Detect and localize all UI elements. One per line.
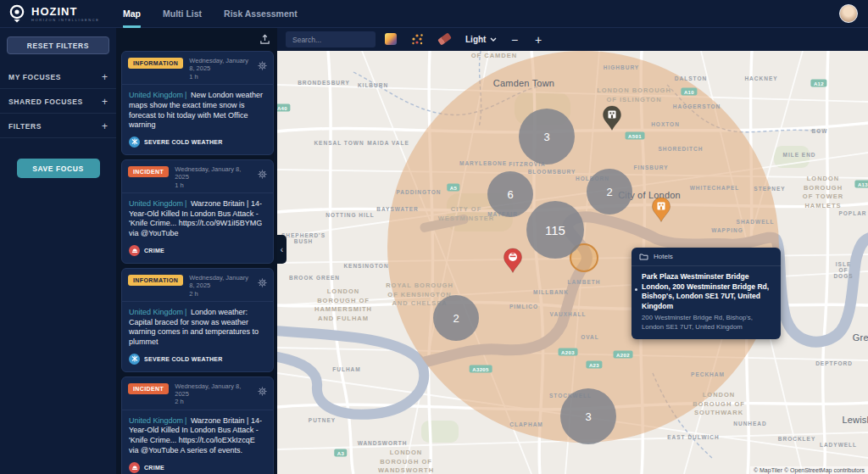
feed-card-list: INFORMATIONWednesday, January 8, 20251 h… <box>116 51 277 474</box>
filters-sidebar: RESET FILTERS MY FOCUSES+SHARED FOCUSES+… <box>0 28 116 474</box>
card-header: INFORMATIONWednesday, January 8, 20251 h <box>122 52 273 85</box>
hozint-pin-icon <box>8 4 25 24</box>
road-badge-a40: A40 <box>277 104 291 112</box>
weather-tag-icon <box>129 137 140 148</box>
crime-tag-icon <box>129 462 140 473</box>
hotel-pin[interactable] <box>651 197 671 226</box>
bot-icon[interactable] <box>258 276 267 291</box>
incident-pin[interactable] <box>503 248 523 277</box>
zoom-in-button[interactable]: + <box>535 28 542 51</box>
sidebar-item-shared-focuses[interactable]: SHARED FOCUSES+ <box>0 90 116 113</box>
road-badge-a5: A5 <box>447 184 459 192</box>
map-style-select[interactable]: Light <box>465 28 497 51</box>
card-age: 1 h <box>189 73 252 81</box>
popup-subtitle: 200 Westminster Bridge Rd, Bishop's, Lon… <box>642 314 773 332</box>
road-badge-a501: A501 <box>626 132 645 140</box>
card-age: 1 h <box>175 181 252 189</box>
weather-tag-icon <box>129 354 140 365</box>
tag-label: CRIME <box>144 465 164 471</box>
card-text: United Kingdom| Warzone Britain | 14-Yea… <box>122 193 273 243</box>
card-tags: CRIME <box>122 460 273 474</box>
popup-title: Park Plaza Westminster Bridge London, 20… <box>642 272 773 311</box>
feed-card[interactable]: INCIDENTWednesday, January 8, 20252 hUni… <box>121 376 274 474</box>
map-style-label: Light <box>465 35 486 44</box>
reset-filters-button[interactable]: RESET FILTERS <box>7 36 109 54</box>
zoom-out-button[interactable]: − <box>511 28 518 51</box>
map-canvas[interactable]: OF CAMDENCamden TownCity of LondonLewish… <box>277 51 868 474</box>
cluster-toggle-icon[interactable] <box>411 33 424 46</box>
landmark-pin[interactable] <box>602 105 622 135</box>
map-area: Light − + <box>277 28 868 474</box>
feed-card[interactable]: INFORMATIONWednesday, January 8, 20252 h… <box>121 268 274 372</box>
cluster-marker[interactable]: 115 <box>526 201 584 259</box>
card-age: 2 h <box>175 398 252 405</box>
card-country-link[interactable]: United Kingdom <box>129 199 183 208</box>
card-type-badge: INFORMATION <box>128 275 183 286</box>
card-header: INFORMATIONWednesday, January 8, 20252 h <box>122 269 273 302</box>
card-tags: SEVERE COLD WEATHER <box>122 134 273 154</box>
road-badge-a203: A203 <box>559 349 578 356</box>
feed-collapse-handle[interactable]: ‹ <box>277 235 287 264</box>
chevron-down-icon <box>490 37 497 42</box>
card-country-link[interactable]: United Kingdom <box>129 91 183 99</box>
card-dates: Wednesday, January 8, 20251 h <box>189 57 252 81</box>
map-toolbar: Light − + <box>277 28 868 51</box>
card-country-link[interactable]: United Kingdom <box>129 416 183 425</box>
cluster-marker[interactable]: 3 <box>519 109 575 165</box>
card-type-badge: INCIDENT <box>128 166 169 177</box>
feed-card[interactable]: INFORMATIONWednesday, January 8, 20251 h… <box>121 51 274 155</box>
hotel-popup[interactable]: Hotels Park Plaza Westminster Bridge Lon… <box>632 248 781 339</box>
feed-card[interactable]: INCIDENTWednesday, January 8, 20251 hUni… <box>121 159 274 264</box>
cluster-marker[interactable]: 6 <box>487 171 533 217</box>
road-badge-a3205: A3205 <box>470 365 492 373</box>
brand-logo[interactable]: HOZINT HORIZON INTELLIGENCE <box>0 4 116 24</box>
crime-tag-icon <box>129 245 140 256</box>
sidebar-divider <box>0 113 116 114</box>
sidebar-item-my-focuses[interactable]: MY FOCUSES+ <box>0 65 116 88</box>
add-icon[interactable]: + <box>102 71 108 83</box>
add-icon[interactable]: + <box>102 120 108 132</box>
road-badge-a13: A13 <box>854 181 868 188</box>
road-badge-a202: A202 <box>614 351 633 359</box>
tag-label: CRIME <box>144 248 164 254</box>
hozint-app: HOZINT HORIZON INTELLIGENCE MapMulti Lis… <box>0 0 868 474</box>
bot-icon[interactable] <box>258 59 267 74</box>
cluster-marker[interactable]: 3 <box>560 388 616 444</box>
card-tags: SEVERE COLD WEATHER <box>122 351 273 371</box>
heatmap-layer-icon[interactable] <box>385 33 397 45</box>
road-badge-a12: A12 <box>810 80 826 87</box>
draw-eraser-icon[interactable] <box>437 32 452 45</box>
card-text: United Kingdom| New London weather maps … <box>122 85 273 134</box>
sidebar-item-label: FILTERS <box>8 122 42 131</box>
sidebar-item-filters[interactable]: FILTERS+ <box>0 114 116 137</box>
card-header: INCIDENTWednesday, January 8, 20252 h <box>122 377 273 410</box>
user-avatar[interactable] <box>839 4 858 23</box>
card-country-link[interactable]: United Kingdom <box>129 308 183 316</box>
add-icon[interactable]: + <box>102 96 108 108</box>
sidebar-item-label: SHARED FOCUSES <box>8 98 83 106</box>
export-icon[interactable] <box>259 34 270 45</box>
tab-multi-list[interactable]: Multi List <box>163 0 202 28</box>
card-date: Wednesday, January 8, 2025 <box>189 57 252 73</box>
tag-label: SEVERE COLD WEATHER <box>144 139 223 145</box>
save-focus-button[interactable]: SAVE FOCUS <box>17 159 100 178</box>
bot-icon[interactable] <box>258 384 267 399</box>
card-dates: Wednesday, January 8, 20252 h <box>175 382 252 406</box>
tab-map[interactable]: Map <box>123 0 141 28</box>
road-badge-a23: A23 <box>586 361 602 369</box>
sidebar-divider <box>0 137 116 138</box>
search-input[interactable] <box>286 31 376 47</box>
card-text: United Kingdom| Warzone Britain | 14-Yea… <box>122 410 273 460</box>
brand-name: HOZINT <box>31 6 99 17</box>
card-text: United Kingdom| London weather: Capital … <box>122 302 273 351</box>
folder-icon <box>639 253 648 260</box>
brand-tagline: HORIZON INTELLIGENCE <box>31 19 99 22</box>
event-feed: INFORMATIONWednesday, January 8, 20251 h… <box>116 28 277 474</box>
cluster-marker[interactable]: 2 <box>433 295 479 341</box>
tab-risk-assessment[interactable]: Risk Assessment <box>224 0 298 28</box>
cluster-marker[interactable]: 2 <box>587 169 632 215</box>
card-date: Wednesday, January 8, 2025 <box>175 382 252 399</box>
card-date: Wednesday, January 8, 2025 <box>175 165 252 181</box>
card-type-badge: INFORMATION <box>128 58 183 69</box>
bot-icon[interactable] <box>258 167 267 182</box>
